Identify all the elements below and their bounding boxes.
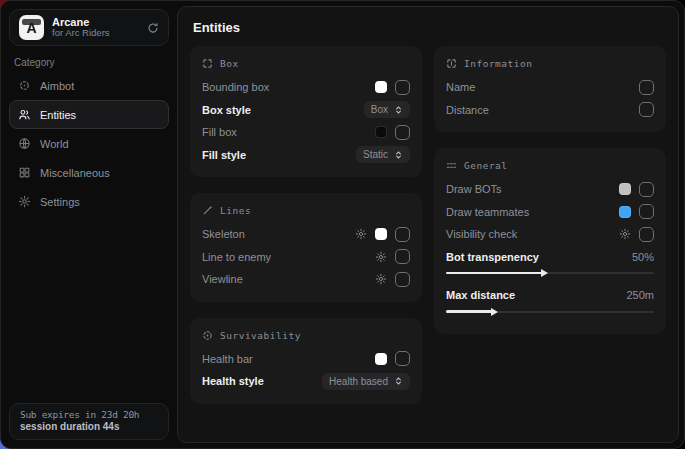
- fill-style-label: Fill style: [202, 149, 246, 161]
- skeleton-color-swatch[interactable]: [375, 228, 387, 240]
- draw-teammates-row: Draw teammates: [446, 201, 654, 224]
- name-label: Name: [446, 81, 475, 93]
- grid-icon: [18, 166, 31, 179]
- gear-icon: [18, 195, 31, 208]
- box-style-label: Box style: [202, 104, 251, 116]
- distance-label: Distance: [446, 104, 489, 116]
- box-section-card: Box Bounding box Box style: [190, 46, 422, 177]
- sidebar-item-label: World: [40, 138, 69, 150]
- main-panel: Entities Box: [177, 6, 679, 443]
- fill-box-checkbox[interactable]: [395, 125, 410, 140]
- fill-box-label: Fill box: [202, 126, 237, 138]
- sidebar-item-label: Settings: [40, 196, 80, 208]
- bounding-box-color-swatch[interactable]: [375, 81, 387, 93]
- health-style-row: Health style Health based: [202, 370, 410, 393]
- skeleton-label: Skeleton: [202, 228, 245, 240]
- bot-transparency-slider-row: [446, 269, 654, 277]
- skeleton-row: Skeleton: [202, 223, 410, 246]
- sidebar-item-label: Aimbot: [40, 80, 74, 92]
- lines-section-card: Lines Skeleton: [190, 193, 422, 302]
- sidebar-item-miscellaneous[interactable]: Miscellaneous: [9, 158, 169, 187]
- draw-bots-color-swatch[interactable]: [619, 183, 631, 195]
- section-title: Box: [220, 58, 239, 69]
- general-section-card: General Draw BOTs Draw teammates: [434, 148, 666, 334]
- viewline-label: Viewline: [202, 273, 243, 285]
- max-distance-row: Max distance 250m: [446, 284, 654, 307]
- line-to-enemy-row: Line to enemy: [202, 246, 410, 269]
- screen: A Arcane for Arc Riders Category: [0, 0, 685, 449]
- box-style-row: Box style Box: [202, 99, 410, 122]
- app-header-card: A Arcane for Arc Riders: [9, 9, 169, 46]
- slider-fill: [446, 310, 492, 313]
- draw-teammates-label: Draw teammates: [446, 206, 529, 218]
- skeleton-checkbox[interactable]: [395, 227, 410, 242]
- general-grid-icon: [446, 160, 457, 171]
- max-distance-value: 250m: [626, 289, 654, 301]
- health-style-dropdown[interactable]: Health based: [322, 373, 410, 390]
- sidebar: A Arcane for Arc Riders Category: [1, 1, 177, 448]
- refresh-icon[interactable]: [147, 22, 159, 34]
- draw-teammates-checkbox[interactable]: [639, 204, 654, 219]
- bot-transparency-row: Bot transpenency 50%: [446, 246, 654, 269]
- settings-gear-icon[interactable]: [619, 228, 631, 240]
- slider-fill: [446, 272, 542, 275]
- line-to-enemy-label: Line to enemy: [202, 251, 271, 263]
- box-style-dropdown[interactable]: Box: [364, 101, 410, 118]
- bot-transparency-value: 50%: [632, 251, 654, 263]
- section-title: Information: [464, 58, 532, 69]
- visibility-check-label: Visibility check: [446, 228, 517, 240]
- sidebar-item-label: Miscellaneous: [40, 167, 110, 179]
- information-icon: [446, 58, 457, 69]
- section-title: Lines: [220, 205, 251, 216]
- draw-bots-checkbox[interactable]: [639, 182, 654, 197]
- sidebar-item-aimbot[interactable]: Aimbot: [9, 71, 169, 100]
- name-row: Name: [446, 76, 654, 99]
- settings-gear-icon[interactable]: [375, 273, 387, 285]
- session-duration-text: session duration 44s: [20, 421, 158, 432]
- fill-style-row: Fill style Static: [202, 144, 410, 167]
- information-section-card: Information Name Distance: [434, 46, 666, 132]
- line-to-enemy-checkbox[interactable]: [395, 249, 410, 264]
- health-bar-row: Health bar: [202, 348, 410, 371]
- name-checkbox[interactable]: [639, 80, 654, 95]
- fill-style-dropdown[interactable]: Static: [356, 146, 410, 163]
- chevron-updown-icon: [394, 105, 403, 115]
- draw-bots-row: Draw BOTs: [446, 178, 654, 201]
- health-bar-checkbox[interactable]: [395, 351, 410, 366]
- sidebar-item-settings[interactable]: Settings: [9, 187, 169, 216]
- subscription-info-card: Sub expires in 23d 20h session duration …: [9, 403, 169, 440]
- sub-expiry-text: Sub expires in 23d 20h: [20, 409, 158, 420]
- bot-transparency-slider[interactable]: [446, 269, 654, 277]
- visibility-check-checkbox[interactable]: [639, 227, 654, 242]
- bounding-box-row: Bounding box: [202, 76, 410, 99]
- app-subtitle: for Arc Riders: [52, 28, 139, 39]
- settings-gear-icon[interactable]: [355, 228, 367, 240]
- viewline-checkbox[interactable]: [395, 272, 410, 287]
- line-icon: [202, 205, 213, 216]
- viewline-row: Viewline: [202, 268, 410, 291]
- bot-transparency-label: Bot transpenency: [446, 251, 539, 263]
- health-bar-color-swatch[interactable]: [375, 353, 387, 365]
- bounding-box-label: Bounding box: [202, 81, 269, 93]
- fill-box-color-swatch[interactable]: [375, 126, 387, 138]
- max-distance-slider[interactable]: [446, 308, 654, 316]
- max-distance-slider-row: [446, 308, 654, 316]
- visibility-check-row: Visibility check: [446, 223, 654, 246]
- distance-row: Distance: [446, 99, 654, 122]
- sidebar-nav: Aimbot Entities Wo: [9, 71, 169, 216]
- survivability-section-card: Survivability Health bar Health style: [190, 318, 422, 404]
- chevron-updown-icon: [394, 150, 403, 160]
- bounding-box-checkbox[interactable]: [395, 80, 410, 95]
- globe-icon: [18, 137, 31, 150]
- settings-gear-icon[interactable]: [375, 251, 387, 263]
- draw-teammates-color-swatch[interactable]: [619, 206, 631, 218]
- sidebar-item-label: Entities: [40, 109, 76, 121]
- distance-checkbox[interactable]: [639, 102, 654, 117]
- survivability-icon: [202, 330, 213, 341]
- sidebar-item-world[interactable]: World: [9, 129, 169, 158]
- sidebar-item-entities[interactable]: Entities: [9, 100, 169, 129]
- section-title: General: [464, 160, 508, 171]
- chevron-updown-icon: [394, 376, 403, 386]
- fill-box-row: Fill box: [202, 121, 410, 144]
- health-style-label: Health style: [202, 375, 264, 387]
